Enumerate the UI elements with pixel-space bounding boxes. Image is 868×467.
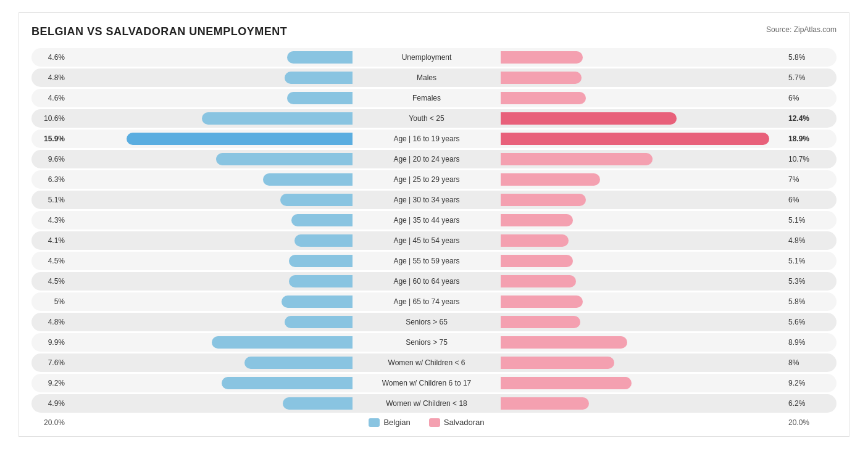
left-value: 4.5%	[31, 277, 69, 286]
belgian-swatch	[369, 418, 380, 427]
chart-row: 6.3% Age | 25 to 29 years 7%	[31, 170, 837, 189]
chart-title: BELGIAN VS SALVADORAN UNEMPLOYMENT	[31, 25, 287, 38]
right-bar	[501, 153, 653, 165]
left-value: 4.8%	[31, 73, 69, 82]
right-bar-area	[501, 397, 785, 410]
legend: Belgian Salvadoran	[69, 418, 785, 427]
chart-row: 9.6% Age | 20 to 24 years 10.7%	[31, 150, 837, 168]
right-bar-area	[501, 255, 785, 267]
left-bar	[283, 397, 353, 410]
left-value: 9.9%	[31, 338, 69, 347]
left-value: 5.1%	[31, 196, 69, 204]
chart-row: 4.3% Age | 35 to 44 years 5.1%	[31, 211, 837, 229]
left-value: 9.6%	[31, 155, 69, 163]
chart-row: 4.6% Females 6%	[31, 89, 837, 107]
right-value: 5.6%	[785, 318, 822, 326]
row-label: Age | 35 to 44 years	[353, 216, 501, 225]
left-bar	[287, 92, 353, 104]
right-value: 7%	[785, 175, 822, 184]
left-bar	[212, 336, 353, 349]
left-bar-area	[69, 92, 353, 104]
right-value: 6.2%	[785, 399, 822, 408]
row-label: Women w/ Children 6 to 17	[353, 379, 501, 387]
right-bar-area	[501, 153, 785, 165]
right-value: 6%	[785, 94, 822, 102]
chart-row: 4.6% Unemployment 5.8%	[31, 48, 837, 67]
right-value: 5.7%	[785, 73, 822, 82]
chart-row: 5% Age | 65 to 74 years 5.8%	[31, 292, 837, 311]
left-bar	[289, 275, 353, 287]
left-value: 7.6%	[31, 358, 69, 367]
chart-row: 4.5% Age | 60 to 64 years 5.3%	[31, 272, 837, 291]
left-bar-area	[69, 112, 353, 125]
row-label: Seniors > 75	[353, 338, 501, 347]
left-bar	[222, 377, 353, 389]
chart-body: 4.6% Unemployment 5.8% 4.8% Males 5.7% 4…	[31, 48, 837, 413]
right-value: 10.7%	[785, 155, 822, 163]
right-value: 4.8%	[785, 236, 822, 245]
left-bar-area	[69, 295, 353, 308]
left-bar-area	[69, 194, 353, 206]
left-bar	[294, 234, 353, 247]
left-value: 10.6%	[31, 114, 69, 123]
left-bar-area	[69, 72, 353, 84]
right-bar-area	[501, 112, 785, 125]
chart-row: 9.2% Women w/ Children 6 to 17 9.2%	[31, 374, 837, 392]
row-label: Women w/ Children < 6	[353, 358, 501, 367]
chart-row: 15.9% Age | 16 to 19 years 18.9%	[31, 130, 837, 148]
left-value: 4.3%	[31, 216, 69, 225]
left-bar-area	[69, 357, 353, 369]
right-bar-area	[501, 194, 785, 206]
left-value: 4.6%	[31, 53, 69, 62]
chart-row: 4.1% Age | 45 to 54 years 4.8%	[31, 231, 837, 250]
left-bar	[285, 72, 353, 84]
row-label: Age | 45 to 54 years	[353, 236, 501, 245]
chart-row: 10.6% Youth < 25 12.4%	[31, 109, 837, 128]
right-bar	[501, 336, 627, 349]
row-label: Males	[353, 73, 501, 82]
salvadoran-swatch	[429, 418, 440, 427]
right-bar-area	[501, 72, 785, 84]
chart-source: Source: ZipAtlas.com	[766, 25, 837, 34]
right-bar	[501, 316, 580, 328]
row-label: Age | 30 to 34 years	[353, 196, 501, 204]
right-value: 5.8%	[785, 53, 822, 62]
chart-row: 4.5% Age | 55 to 59 years 5.1%	[31, 252, 837, 270]
salvadoran-label: Salvadoran	[444, 418, 485, 427]
right-bar-area	[501, 51, 785, 64]
row-label: Females	[353, 94, 501, 102]
left-bar	[291, 214, 353, 226]
right-bar	[501, 377, 632, 389]
left-bar	[216, 153, 353, 165]
left-value: 15.9%	[31, 134, 69, 143]
row-label: Age | 65 to 74 years	[353, 297, 501, 306]
left-bar-area	[69, 133, 353, 145]
axis-right-label: 20.0%	[785, 418, 822, 427]
right-value: 9.2%	[785, 379, 822, 387]
right-bar	[501, 255, 573, 267]
left-bar	[285, 316, 353, 328]
right-bar	[501, 112, 677, 125]
right-bar-area	[501, 295, 785, 308]
left-value: 4.6%	[31, 94, 69, 102]
chart-row: 4.8% Seniors > 65 5.6%	[31, 313, 837, 331]
row-label: Age | 16 to 19 years	[353, 134, 501, 143]
right-value: 5.3%	[785, 277, 822, 286]
left-bar	[202, 112, 353, 125]
row-label: Women w/ Children < 18	[353, 399, 501, 408]
right-bar-area	[501, 275, 785, 287]
left-bar-area	[69, 51, 353, 64]
chart-row: 4.9% Women w/ Children < 18 6.2%	[31, 394, 837, 413]
row-label: Age | 55 to 59 years	[353, 257, 501, 265]
left-value: 4.9%	[31, 399, 69, 408]
left-bar-area	[69, 173, 353, 186]
right-value: 8%	[785, 358, 822, 367]
axis-left-label: 20.0%	[31, 418, 69, 427]
chart-row: 7.6% Women w/ Children < 6 8%	[31, 353, 837, 372]
left-bar	[282, 295, 353, 308]
left-bar-area	[69, 316, 353, 328]
right-bar-area	[501, 92, 785, 104]
left-bar-area	[69, 397, 353, 410]
right-bar-area	[501, 336, 785, 349]
right-bar	[501, 92, 586, 104]
